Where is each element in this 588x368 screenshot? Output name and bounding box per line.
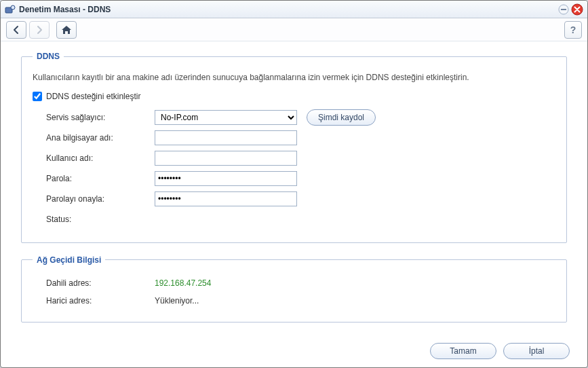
enable-ddns-checkbox[interactable]: [33, 92, 42, 101]
hostname-label: Ana bilgisayar adı:: [46, 133, 155, 143]
confirm-password-input[interactable]: [155, 191, 297, 206]
provider-label: Servis sağlayıcı:: [46, 113, 155, 122]
cancel-button[interactable]: İptal: [503, 343, 570, 359]
confirm-password-label: Parolayı onayla:: [46, 194, 155, 204]
ddns-description: Kullanıcıların kayıtlı bir ana makine ad…: [33, 72, 555, 84]
enable-ddns-label: DDNS desteğini etkinleştir: [46, 92, 140, 101]
external-address-value: Yükleniyor...: [155, 296, 199, 306]
back-button[interactable]: [6, 21, 26, 39]
ddns-legend: DDNS: [33, 52, 64, 61]
internal-address-label: Dahili adres:: [46, 278, 155, 288]
external-address-label: Harici adres:: [46, 296, 155, 306]
hostname-input[interactable]: [155, 130, 297, 145]
status-label: Status:: [46, 215, 155, 224]
close-icon[interactable]: [571, 3, 583, 16]
password-label: Parola:: [46, 174, 155, 183]
control-panel-window: Denetim Masası - DDNS ? DDNS Kullanıcıla…: [0, 0, 588, 368]
svg-point-1: [11, 5, 15, 10]
svg-rect-3: [561, 9, 566, 10]
ddns-fieldset: DDNS Kullanıcıların kayıtlı bir ana maki…: [21, 52, 567, 243]
minimize-icon[interactable]: [557, 3, 570, 16]
content-area: DDNS Kullanıcıların kayıtlı bir ana maki…: [7, 42, 581, 333]
username-label: Kullanıcı adı:: [46, 153, 155, 163]
gateway-fieldset: Ağ Geçidi Bilgisi Dahili adres: 192.168.…: [21, 255, 567, 323]
register-now-button[interactable]: Şimdi kaydol: [307, 109, 376, 126]
help-button[interactable]: ?: [564, 21, 582, 39]
username-input[interactable]: [155, 151, 297, 166]
titlebar: Denetim Masası - DDNS: [1, 1, 587, 18]
toolbar: ?: [1, 18, 587, 41]
internal-address-value: 192.168.47.254: [155, 278, 211, 288]
home-button[interactable]: [56, 21, 77, 39]
password-input[interactable]: [155, 171, 297, 186]
ok-button[interactable]: Tamam: [430, 343, 496, 359]
gateway-legend: Ağ Geçidi Bilgisi: [33, 255, 105, 265]
forward-button[interactable]: [29, 21, 50, 39]
footer-buttons: Tamam İptal: [430, 343, 570, 359]
provider-select[interactable]: No-IP.com: [155, 110, 297, 125]
window-title: Denetim Masası - DDNS: [19, 5, 557, 14]
app-icon: [5, 4, 16, 15]
